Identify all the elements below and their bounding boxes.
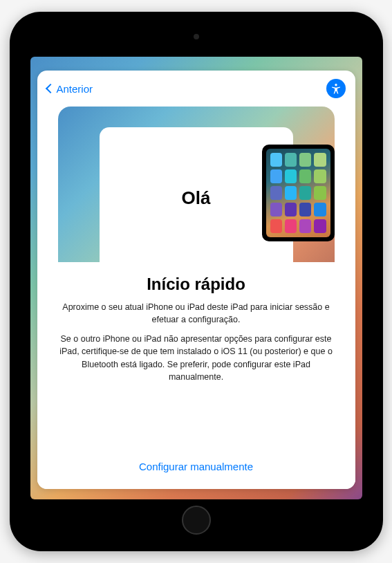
mini-app-icon bbox=[270, 169, 282, 183]
mini-app-icon bbox=[270, 203, 282, 216]
mini-app-icon bbox=[314, 203, 326, 216]
mini-app-icon bbox=[314, 153, 326, 167]
hero-illustration: Olá bbox=[37, 107, 355, 262]
ipad-device-frame: Anterior Olá Início r bbox=[10, 12, 383, 551]
svg-point-0 bbox=[335, 84, 337, 86]
mini-app-icon bbox=[314, 186, 326, 200]
spacer bbox=[58, 390, 335, 452]
mini-app-icon bbox=[314, 169, 326, 183]
back-label: Anterior bbox=[57, 83, 93, 95]
quick-start-title: Início rápido bbox=[58, 275, 335, 294]
accessibility-button[interactable] bbox=[326, 79, 346, 98]
mini-app-icon bbox=[299, 203, 311, 216]
quick-start-description-2: Se o outro iPhone ou iPad não apresentar… bbox=[58, 333, 335, 383]
mini-app-icon bbox=[270, 186, 282, 200]
mini-ipad-screen bbox=[266, 149, 330, 237]
mini-app-icon bbox=[285, 203, 297, 216]
quick-start-description-1: Aproxime o seu atual iPhone ou iPad dest… bbox=[58, 301, 335, 326]
mini-app-icon bbox=[299, 153, 311, 167]
mini-app-icon bbox=[285, 186, 297, 200]
mini-app-icon bbox=[314, 219, 326, 233]
mini-app-icon bbox=[285, 169, 297, 183]
greeting-text: Olá bbox=[182, 187, 211, 209]
back-button[interactable]: Anterior bbox=[47, 83, 93, 95]
mini-app-icon bbox=[299, 169, 311, 183]
mini-app-icon bbox=[285, 153, 297, 167]
mini-app-icon bbox=[285, 219, 297, 233]
chevron-left-icon bbox=[45, 84, 55, 93]
front-camera bbox=[194, 34, 199, 39]
accessibility-icon bbox=[330, 82, 342, 95]
content-area: Início rápido Aproxime o seu atual iPhon… bbox=[37, 262, 355, 489]
mini-app-icon bbox=[299, 186, 311, 200]
mini-app-icon bbox=[270, 219, 282, 233]
home-button[interactable] bbox=[182, 506, 211, 535]
setup-modal: Anterior Olá Início r bbox=[37, 71, 355, 489]
configure-manually-button[interactable]: Configurar manualmente bbox=[58, 452, 335, 481]
modal-header: Anterior bbox=[37, 71, 355, 107]
mini-app-icon bbox=[270, 153, 282, 167]
mini-ipad-illustration bbox=[262, 145, 335, 241]
mini-app-icon bbox=[299, 219, 311, 233]
ipad-screen: Anterior Olá Início r bbox=[30, 57, 362, 499]
